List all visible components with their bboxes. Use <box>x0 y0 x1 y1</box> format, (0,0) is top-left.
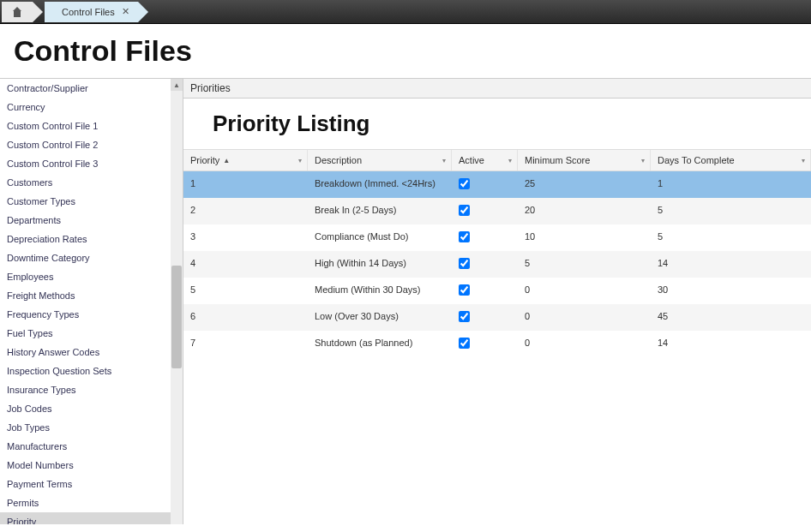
sidebar-item[interactable]: Job Types <box>0 418 183 437</box>
min-score-cell: 5 <box>518 251 651 278</box>
active-checkbox[interactable] <box>459 231 470 242</box>
table-row[interactable]: 5Medium (Within 30 Days)030 <box>183 278 811 304</box>
active-checkbox[interactable] <box>459 338 470 349</box>
active-cell <box>452 278 518 304</box>
sidebar-item[interactable]: Depreciation Rates <box>0 230 183 248</box>
column-label: Description <box>315 155 362 165</box>
sidebar-item[interactable]: Custom Control File 1 <box>0 117 183 135</box>
column-header[interactable]: Days To Complete▾ <box>651 150 811 170</box>
column-label: Days To Complete <box>658 155 735 165</box>
table-row[interactable]: 7Shutdown (as Planned)014 <box>183 331 811 357</box>
home-icon <box>11 7 23 17</box>
grid-header: Priority▲▾Description▾Active▾Minimum Sco… <box>183 149 811 171</box>
table-row[interactable]: 2Break In (2-5 Days)205 <box>183 198 811 224</box>
active-checkbox[interactable] <box>459 178 470 189</box>
description-cell: Low (Over 30 Days) <box>308 304 452 331</box>
active-cell <box>452 198 518 224</box>
sidebar-item[interactable]: Downtime Category <box>0 248 183 267</box>
sort-asc-icon: ▲ <box>223 157 230 164</box>
sidebar: Contractor/SupplierCurrencyCustom Contro… <box>0 79 183 524</box>
column-header[interactable]: Active▾ <box>452 150 518 170</box>
close-icon[interactable]: ✕ <box>122 6 129 17</box>
chevron-down-icon[interactable]: ▾ <box>641 157 645 164</box>
active-cell <box>452 251 518 278</box>
active-checkbox[interactable] <box>459 284 470 296</box>
sidebar-item[interactable]: Priority <box>0 512 183 524</box>
min-score-cell: 20 <box>518 198 651 224</box>
days-cell: 14 <box>651 331 811 357</box>
sidebar-item[interactable]: Model Numbers <box>0 456 183 475</box>
chevron-down-icon[interactable]: ▾ <box>508 157 512 164</box>
chevron-down-icon[interactable]: ▾ <box>802 157 805 164</box>
priority-cell: 1 <box>183 171 308 198</box>
days-cell: 5 <box>651 224 811 251</box>
description-cell: Compliance (Must Do) <box>308 224 452 251</box>
tab-control-files[interactable]: Control Files ✕ <box>45 2 138 22</box>
column-header[interactable]: Minimum Score▾ <box>518 150 651 170</box>
days-cell: 30 <box>651 278 811 304</box>
sidebar-item[interactable]: Customer Types <box>0 192 183 211</box>
sidebar-item[interactable]: History Answer Codes <box>0 343 183 362</box>
scroll-up-icon[interactable]: ▲ <box>171 79 183 91</box>
active-checkbox[interactable] <box>459 311 470 322</box>
sidebar-item[interactable]: Freight Methods <box>0 286 183 305</box>
priority-cell: 7 <box>183 331 308 357</box>
min-score-cell: 25 <box>518 171 651 198</box>
scroll-thumb[interactable] <box>171 266 182 368</box>
scrollbar[interactable]: ▲ <box>171 79 183 524</box>
page-title: Control Files <box>0 24 811 78</box>
sidebar-item[interactable]: Contractor/Supplier <box>0 79 183 98</box>
sidebar-item[interactable]: Custom Control File 3 <box>0 154 183 173</box>
sidebar-item[interactable]: Job Codes <box>0 399 183 418</box>
main-panel: Priorities Priority Listing Priority▲▾De… <box>183 79 811 524</box>
sidebar-item[interactable]: Inspection Question Sets <box>0 362 183 380</box>
active-checkbox[interactable] <box>459 258 470 269</box>
chevron-down-icon[interactable]: ▾ <box>442 157 446 164</box>
priority-cell: 2 <box>183 198 308 224</box>
priority-cell: 5 <box>183 278 308 304</box>
sidebar-item[interactable]: Frequency Types <box>0 305 183 324</box>
priority-grid: Priority▲▾Description▾Active▾Minimum Sco… <box>183 149 811 357</box>
column-header[interactable]: Priority▲▾ <box>183 150 308 170</box>
sidebar-item[interactable]: Fuel Types <box>0 324 183 343</box>
description-cell: Shutdown (as Planned) <box>308 331 452 357</box>
days-cell: 5 <box>651 198 811 224</box>
min-score-cell: 10 <box>518 224 651 251</box>
description-cell: Break In (2-5 Days) <box>308 198 452 224</box>
sidebar-item[interactable]: Manufacturers <box>0 437 183 456</box>
days-cell: 14 <box>651 251 811 278</box>
sidebar-item[interactable]: Departments <box>0 211 183 230</box>
column-label: Active <box>459 155 484 165</box>
description-cell: Breakdown (Immed. <24Hrs) <box>308 171 452 198</box>
sidebar-item[interactable]: Insurance Types <box>0 380 183 399</box>
description-cell: Medium (Within 30 Days) <box>308 278 452 304</box>
panel-header: Priorities <box>183 79 811 99</box>
tab-home[interactable] <box>2 2 33 22</box>
priority-cell: 4 <box>183 251 308 278</box>
table-row[interactable]: 1Breakdown (Immed. <24Hrs)251 <box>183 171 811 198</box>
table-row[interactable]: 6Low (Over 30 Days)045 <box>183 304 811 331</box>
priority-cell: 3 <box>183 224 308 251</box>
sidebar-item[interactable]: Customers <box>0 173 183 192</box>
sidebar-item[interactable]: Permits <box>0 493 183 512</box>
sidebar-item[interactable]: Custom Control File 2 <box>0 135 183 154</box>
column-header[interactable]: Description▾ <box>308 150 452 170</box>
layout: Contractor/SupplierCurrencyCustom Contro… <box>0 78 811 524</box>
active-checkbox[interactable] <box>459 205 470 216</box>
column-label: Priority <box>190 155 219 165</box>
tab-label: Control Files <box>62 7 115 17</box>
min-score-cell: 0 <box>518 331 651 357</box>
sidebar-item[interactable]: Currency <box>0 98 183 117</box>
table-row[interactable]: 4High (Within 14 Days)514 <box>183 251 811 278</box>
priority-cell: 6 <box>183 304 308 331</box>
chevron-down-icon[interactable]: ▾ <box>298 157 302 164</box>
grid-body: 1Breakdown (Immed. <24Hrs)2512Break In (… <box>183 171 811 357</box>
sidebar-item[interactable]: Payment Terms <box>0 475 183 493</box>
sidebar-item[interactable]: Employees <box>0 267 183 286</box>
topbar: Control Files ✕ <box>0 0 811 24</box>
active-cell <box>452 171 518 198</box>
active-cell <box>452 331 518 357</box>
active-cell <box>452 224 518 251</box>
table-row[interactable]: 3Compliance (Must Do)105 <box>183 224 811 251</box>
days-cell: 45 <box>651 304 811 331</box>
